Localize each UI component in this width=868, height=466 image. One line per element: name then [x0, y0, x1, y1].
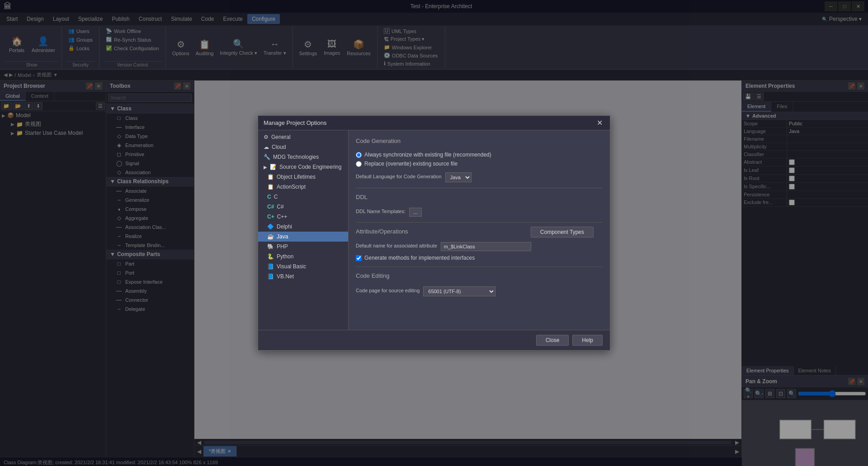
radio-group-sync: Always synchronize with existing file (r…: [356, 152, 603, 167]
code-page-label: Code page for source editing: [356, 288, 420, 293]
modal-nav-actionscript[interactable]: 📋 ActionScript: [258, 182, 348, 192]
general-icon: ⚙: [264, 134, 269, 140]
generate-methods-row[interactable]: Generate methods for implemented interfa…: [356, 255, 603, 261]
modal-nav-general[interactable]: ⚙ General: [258, 132, 348, 142]
cpp-icon: C+: [267, 214, 274, 220]
csharp-icon: C#: [267, 204, 274, 210]
radio-replace-label: Replace (overwrite) existing source file: [364, 161, 458, 167]
modal-nav-cloud[interactable]: ☁ Cloud: [258, 142, 348, 152]
default-lang-row: Default Language for Code Generation Jav…: [356, 172, 603, 182]
modal-nav-cpp[interactable]: C+ C++: [258, 212, 348, 222]
actionscript-icon: 📋: [267, 184, 274, 190]
delphi-label: Delphi: [277, 223, 292, 230]
modal-section-code-editing: Code Editing: [356, 272, 603, 281]
source-code-expand: ▶: [264, 165, 267, 170]
python-icon: 🐍: [267, 253, 274, 260]
ddl-name-row: DDL Name Templates: ...: [356, 208, 603, 217]
actionscript-label: ActionScript: [277, 184, 306, 190]
modal-title-text: Manage Project Options: [264, 119, 326, 126]
radio-always-sync-label: Always synchronize with existing file (r…: [364, 152, 491, 158]
divider-ddl: [356, 188, 603, 188]
python-label: Python: [277, 253, 293, 260]
modal-manage-project-options: Manage Project Options ✕ ⚙ General ☁ Clo…: [258, 115, 610, 351]
ddl-ellipsis-btn[interactable]: ...: [409, 208, 422, 217]
object-lifetimes-label: Object Lifetimes: [277, 174, 316, 180]
java-label: Java: [277, 233, 288, 240]
modal-nav-php[interactable]: 🐘 PHP: [258, 242, 348, 252]
modal-close-btn[interactable]: ✕: [595, 119, 604, 127]
modal-nav: ⚙ General ☁ Cloud 🔧 MDG Technologies ▶ 📝…: [258, 130, 349, 330]
delphi-icon: 🔷: [267, 223, 274, 230]
php-label: PHP: [277, 243, 288, 250]
modal-nav-vbnet[interactable]: 📘 VB.Net: [258, 271, 348, 281]
modal-section-code-gen: Code Generation: [356, 138, 603, 146]
modal-title-bar: Manage Project Options ✕: [258, 116, 610, 130]
generate-methods-label: Generate methods for implemented interfa…: [364, 255, 475, 261]
cpp-label: C++: [277, 214, 288, 220]
modal-nav-csharp[interactable]: C# C#: [258, 202, 348, 212]
modal-nav-source-code[interactable]: ▶ 📝 Source Code Engineering: [258, 162, 348, 172]
default-lang-select[interactable]: Java: [445, 172, 472, 182]
modal-nav-c[interactable]: C C: [258, 192, 348, 202]
source-code-icon: 📝: [270, 164, 277, 170]
divider-attr: [356, 222, 603, 223]
vb-icon: 📘: [267, 263, 274, 270]
vbnet-label: VB.Net: [277, 273, 294, 280]
modal-footer: Close Help: [258, 330, 610, 350]
modal-nav-python[interactable]: 🐍 Python: [258, 252, 348, 262]
modal-section-ddl: DDL: [356, 194, 603, 202]
source-code-label: Source Code Engineering: [279, 164, 341, 170]
default-name-label: Default name for associated attribute: [356, 243, 437, 248]
general-label: General: [271, 134, 291, 140]
modal-nav-vb[interactable]: 📘 Visual Basic: [258, 262, 348, 271]
default-name-input[interactable]: [441, 242, 531, 251]
modal-nav-object-lifetimes[interactable]: 📋 Object Lifetimes: [258, 172, 348, 182]
php-icon: 🐘: [267, 243, 274, 250]
default-name-row: Default name for associated attribute: [356, 242, 603, 251]
modal-overlay: Manage Project Options ✕ ⚙ General ☁ Clo…: [0, 0, 868, 466]
java-icon: ☕: [267, 233, 274, 240]
default-lang-label: Default Language for Code Generation: [356, 174, 442, 179]
modal-nav-delphi[interactable]: 🔷 Delphi: [258, 222, 348, 232]
c-label: C: [274, 194, 278, 200]
radio-always-sync[interactable]: Always synchronize with existing file (r…: [356, 152, 603, 158]
cloud-label: Cloud: [272, 144, 286, 150]
modal-body: ⚙ General ☁ Cloud 🔧 MDG Technologies ▶ 📝…: [258, 130, 610, 330]
modal-nav-java[interactable]: ☕ Java: [258, 232, 348, 242]
modal-help-btn[interactable]: Help: [572, 335, 603, 346]
ddl-name-label: DDL Name Templates:: [356, 209, 406, 214]
radio-always-sync-input[interactable]: [356, 152, 362, 158]
cloud-icon: ☁: [264, 144, 269, 150]
vbnet-icon: 📘: [267, 273, 274, 280]
code-page-row: Code page for source editing 65001 (UTF-…: [356, 286, 603, 296]
modal-close-footer-btn[interactable]: Close: [536, 335, 569, 346]
csharp-label: C#: [277, 204, 283, 210]
code-page-select[interactable]: 65001 (UTF-8): [423, 286, 495, 296]
generate-methods-checkbox[interactable]: [356, 255, 362, 261]
mdg-icon: 🔧: [264, 154, 270, 160]
divider-code-editing: [356, 266, 603, 267]
modal-content-area: Code Generation Always synchronize with …: [349, 130, 610, 330]
radio-replace[interactable]: Replace (overwrite) existing source file: [356, 161, 603, 167]
component-types-btn[interactable]: Component Types: [531, 227, 594, 238]
vb-label: Visual Basic: [277, 263, 306, 270]
object-lifetimes-icon: 📋: [267, 174, 274, 180]
c-icon: C: [267, 194, 271, 200]
mdg-label: MDG Technologies: [273, 154, 319, 160]
modal-nav-mdg[interactable]: 🔧 MDG Technologies: [258, 152, 348, 162]
radio-replace-input[interactable]: [356, 161, 362, 167]
